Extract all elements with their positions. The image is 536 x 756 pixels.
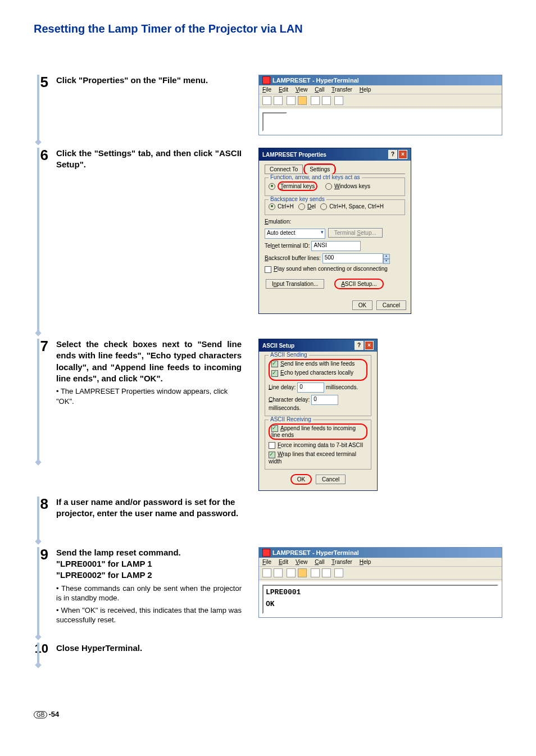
step-9-sub1: • These commands can only be sent when t…: [56, 584, 242, 603]
menu-view[interactable]: View: [296, 559, 308, 565]
ascii-setup-dialog: ASCII Setup ?× ASCII Sending Send line e…: [258, 339, 378, 491]
step-6-text: Click the "Settings" tab, and then click…: [56, 148, 242, 171]
radio-windows-keys[interactable]: [325, 183, 332, 190]
lampreset-properties-title: LAMPRESET Properties: [262, 152, 326, 158]
hyperterminal-window-bottom: LAMPRESET - HyperTerminal File Edit View…: [258, 547, 502, 618]
page-number: GB-54: [34, 710, 502, 718]
hyperterminal-menubar[interactable]: File Edit View Call Transfer Help: [259, 85, 502, 94]
hyperterminal-icon: [262, 549, 270, 557]
radio-ctrlh-space-label: Ctrl+H, Space, Ctrl+H: [329, 203, 384, 210]
radio-ctrlh[interactable]: [269, 203, 275, 210]
ascii-cancel-button[interactable]: Cancel: [316, 475, 346, 484]
radio-terminal-keys[interactable]: [269, 183, 275, 190]
radio-ctrlh-label: Ctrl+H: [278, 203, 294, 210]
ascii-ok-button[interactable]: OK: [290, 474, 312, 485]
radio-windows-keys-label: Windows keys: [334, 183, 370, 189]
help-button-icon[interactable]: ?: [388, 150, 397, 159]
terminal-setup-button[interactable]: Terminal Setup...: [328, 228, 383, 238]
char-delay-unit: milliseconds.: [269, 405, 301, 411]
page-number-value: -54: [48, 710, 59, 718]
group-backspace-label: Backspace key sends: [269, 196, 326, 202]
close-icon[interactable]: ×: [398, 150, 407, 159]
backscroll-input[interactable]: 500: [322, 253, 383, 263]
check-send-lf[interactable]: [271, 361, 278, 367]
menu-help[interactable]: Help: [360, 86, 371, 93]
hyperterminal-menubar-2[interactable]: File Edit View Call Transfer Help: [259, 558, 502, 567]
radio-terminal-keys-label: Terminal keys: [278, 181, 317, 191]
line-delay-unit: milliseconds.: [326, 384, 358, 390]
menu-transfer[interactable]: Transfer: [331, 86, 352, 93]
step-9-text: Send the lamp reset command. "LPRE0001" …: [56, 547, 242, 581]
menu-transfer[interactable]: Transfer: [331, 559, 352, 565]
check-append-lf[interactable]: [271, 425, 278, 432]
radio-del[interactable]: [298, 203, 305, 210]
menu-call[interactable]: Call: [315, 86, 324, 93]
lampreset-properties-dialog: LAMPRESET Properties ?× Connect To Setti…: [258, 148, 411, 314]
props-cancel-button[interactable]: Cancel: [376, 300, 406, 310]
check-force-7bit-label: Force incoming data to 7-bit ASCII: [278, 442, 363, 448]
group-keys-label: Function, arrow, and ctrl keys act as: [269, 174, 362, 180]
check-wrap[interactable]: [269, 452, 275, 458]
step-9-number: 9: [34, 547, 51, 562]
ascii-setup-button[interactable]: ASCII Setup...: [334, 279, 383, 289]
backscroll-spinner[interactable]: ▴▾: [383, 254, 390, 263]
step-9-l3: "LPRE0002" for LAMP 2: [56, 570, 152, 580]
step-8-number: 8: [34, 497, 51, 511]
terminal-line-1: LPRE0001: [266, 588, 495, 596]
ascii-setup-title: ASCII Setup: [262, 343, 294, 349]
step-7-text: Select the check boxes next to "Send lin…: [56, 339, 242, 384]
hyperterminal-title: LAMPRESET - HyperTerminal: [272, 77, 359, 84]
check-play-sound[interactable]: [265, 266, 271, 273]
radio-ctrlh-space[interactable]: [320, 203, 327, 210]
check-play-sound-label: Play sound when connecting or disconnect…: [274, 266, 388, 272]
step-7-sub: • The LAMPRESET Properties window appear…: [56, 386, 242, 406]
hyperterminal-window-top: LAMPRESET - HyperTerminal File Edit View…: [258, 75, 502, 135]
line-delay-label: Line delay:: [269, 384, 296, 390]
step-5-number: 5: [34, 75, 51, 89]
group-ascii-sending: ASCII Sending: [269, 352, 309, 358]
tab-connect-to[interactable]: Connect To: [265, 165, 303, 174]
step-5-text: Click "Properties" on the "File" menu.: [56, 75, 242, 86]
char-delay-label: Character delay:: [269, 396, 310, 402]
menu-file[interactable]: File: [262, 559, 271, 565]
hyperterminal-toolbar-2[interactable]: [259, 567, 502, 580]
step-9-l2: "LPRE0001" for LAMP 1: [56, 559, 152, 568]
emulation-dropdown[interactable]: Auto detect: [265, 229, 325, 239]
menu-edit[interactable]: Edit: [279, 559, 288, 565]
check-echo[interactable]: [271, 370, 278, 377]
help-button-icon[interactable]: ?: [355, 341, 364, 350]
group-ascii-receiving: ASCII Receiving: [269, 416, 313, 422]
emulation-label: Emulation:: [265, 218, 291, 225]
menu-edit[interactable]: Edit: [279, 86, 288, 93]
check-wrap-label: Wrap lines that exceed terminal width: [269, 451, 356, 464]
step-9-sub2: • When "OK" is received, this indicates …: [56, 605, 242, 625]
telnet-id-label: Telnet terminal ID:: [265, 243, 310, 249]
step-9-l1: Send the lamp reset command.: [56, 548, 181, 557]
props-ok-button[interactable]: OK: [352, 300, 373, 310]
check-send-lf-label: Send line ends with line feeds: [280, 361, 355, 367]
page-lang-badge: GB: [34, 711, 47, 718]
step-8-text: If a user name and/or password is set fo…: [56, 497, 242, 520]
char-delay-input[interactable]: 0: [311, 395, 338, 405]
terminal-line-2: OK: [266, 600, 495, 608]
hyperterminal-toolbar[interactable]: [259, 94, 502, 107]
backscroll-label: Backscroll buffer lines:: [265, 255, 321, 261]
line-delay-input[interactable]: 0: [297, 382, 324, 393]
step-7-number: 7: [34, 339, 51, 353]
step-10-number: 10: [34, 643, 51, 655]
close-icon[interactable]: ×: [365, 341, 374, 350]
hyperterminal-icon: [262, 76, 270, 84]
check-force-7bit[interactable]: [269, 442, 275, 449]
tab-settings[interactable]: Settings: [305, 165, 335, 174]
step-10-text: Close HyperTerminal.: [56, 643, 242, 654]
input-translation-button[interactable]: Input Translation...: [266, 279, 324, 289]
menu-help[interactable]: Help: [360, 559, 371, 565]
check-append-lf-label: Append line feeds to incoming line ends: [271, 425, 356, 438]
menu-view[interactable]: View: [296, 86, 308, 93]
menu-call[interactable]: Call: [315, 559, 324, 565]
radio-del-label: Del: [307, 203, 316, 210]
page-title: Resetting the Lamp Timer of the Projecto…: [34, 22, 502, 35]
menu-file[interactable]: File: [262, 86, 271, 93]
hyperterminal-title-2: LAMPRESET - HyperTerminal: [272, 549, 359, 556]
telnet-id-input[interactable]: ANSI: [311, 241, 361, 251]
